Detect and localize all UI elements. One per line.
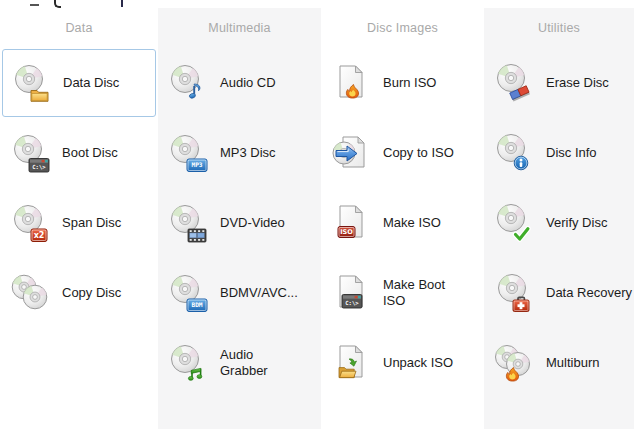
column-items-utilities: Erase Disc Disc Info Verify Disc Data Re…: [484, 48, 634, 398]
task-multiburn[interactable]: Multiburn: [484, 328, 634, 398]
task-make-boot-iso[interactable]: C:\>Make Boot ISO: [321, 258, 484, 328]
task-label: Burn ISO: [383, 75, 436, 91]
task-verify-disc[interactable]: Verify Disc: [484, 188, 634, 258]
column-header-data: Data: [0, 8, 158, 48]
clipped-text-remnant: [121, 0, 123, 7]
svg-text:BDM: BDM: [191, 301, 202, 308]
task-label: Make ISO: [383, 215, 441, 231]
clipped-text-remnant: [54, 0, 61, 8]
make-iso-icon: ISO: [331, 203, 371, 243]
disc-info-icon: [494, 133, 534, 173]
task-label: Boot Disc: [62, 145, 118, 161]
task-disc-info[interactable]: Disc Info: [484, 118, 634, 188]
unpack-iso-icon: [331, 343, 371, 383]
task-data-recovery[interactable]: Data Recovery: [484, 258, 634, 328]
bdmv-avchd-icon: BDM: [168, 273, 208, 313]
task-make-iso[interactable]: ISOMake ISO: [321, 188, 484, 258]
column-items-data: Data Disc C:\>Boot Disc x2Span Disc Copy…: [0, 49, 158, 328]
task-label: Copy to ISO: [383, 145, 454, 161]
task-label: Span Disc: [62, 215, 121, 231]
burn-iso-icon: [331, 63, 371, 103]
task-label: BDMV/AVC...: [220, 285, 298, 301]
column-utilities: Utilities Erase Disc Disc Info Verify Di…: [484, 8, 634, 429]
task-copy-to-iso[interactable]: Copy to ISO: [321, 118, 484, 188]
multiburn-icon: [494, 343, 534, 383]
column-header-multimedia: Multimedia: [158, 8, 321, 48]
task-dvd-video[interactable]: DVD-Video: [158, 188, 321, 258]
mp3-disc-icon: MP3: [168, 133, 208, 173]
dvd-video-icon: [168, 203, 208, 243]
data-recovery-icon: [494, 273, 534, 313]
clipped-text-remnant: [30, 4, 39, 6]
task-label: Erase Disc: [546, 75, 609, 91]
svg-text:ISO: ISO: [340, 228, 353, 236]
task-label: Data Disc: [63, 75, 119, 91]
clipped-title-strip: [0, 0, 634, 8]
task-label: Data Recovery: [546, 285, 632, 301]
column-multimedia: Multimedia Audio CD MP3MP3 Disc DVD-Vide…: [158, 8, 321, 429]
audio-grabber-icon: [168, 343, 208, 383]
verify-disc-icon: [494, 203, 534, 243]
task-bdmv-avc[interactable]: BDMBDMV/AVC...: [158, 258, 321, 328]
column-header-utilities: Utilities: [484, 8, 634, 48]
task-label: Copy Disc: [62, 285, 121, 301]
task-label: MP3 Disc: [220, 145, 276, 161]
svg-text:MP3: MP3: [191, 161, 202, 168]
task-label: Audio CD: [220, 75, 276, 91]
task-mp3-disc[interactable]: MP3MP3 Disc: [158, 118, 321, 188]
svg-text:C:\>: C:\>: [32, 164, 46, 170]
svg-text:x2: x2: [34, 231, 45, 240]
task-span-disc[interactable]: x2Span Disc: [0, 188, 158, 258]
task-label: Verify Disc: [546, 215, 607, 231]
column-header-disc-images: Disc Images: [321, 8, 484, 48]
copy-to-iso-icon: [331, 133, 371, 173]
task-label: Make Boot ISO: [383, 277, 461, 310]
data-disc-icon: [11, 63, 51, 103]
task-label: Multiburn: [546, 355, 599, 371]
audio-cd-icon: [168, 63, 208, 103]
task-unpack-iso[interactable]: Unpack ISO: [321, 328, 484, 398]
make-boot-iso-icon: C:\>: [331, 273, 371, 313]
task-audio-cd[interactable]: Audio CD: [158, 48, 321, 118]
task-data-disc[interactable]: Data Disc: [2, 49, 156, 117]
task-boot-disc[interactable]: C:\>Boot Disc: [0, 118, 158, 188]
task-audio-grabber[interactable]: Audio Grabber: [158, 328, 321, 398]
task-erase-disc[interactable]: Erase Disc: [484, 48, 634, 118]
erase-disc-icon: [494, 63, 534, 103]
task-label: Unpack ISO: [383, 355, 453, 371]
svg-text:C:\>: C:\>: [345, 300, 359, 306]
boot-disc-icon: C:\>: [10, 133, 50, 173]
column-items-multimedia: Audio CD MP3MP3 Disc DVD-Video BDMBDMV/A…: [158, 48, 321, 398]
copy-disc-icon: [10, 273, 50, 313]
column-disc-images: Disc Images Burn ISO Copy to ISO ISOMake…: [321, 8, 484, 429]
task-burn-iso[interactable]: Burn ISO: [321, 48, 484, 118]
task-label: Disc Info: [546, 145, 597, 161]
column-data: Data Data Disc C:\>Boot Disc x2Span Disc…: [0, 8, 158, 429]
column-items-disc-images: Burn ISO Copy to ISO ISOMake ISO C:\>Mak…: [321, 48, 484, 398]
task-copy-disc[interactable]: Copy Disc: [0, 258, 158, 328]
span-disc-icon: x2: [10, 203, 50, 243]
task-label: DVD-Video: [220, 215, 285, 231]
task-label: Audio Grabber: [220, 347, 304, 380]
